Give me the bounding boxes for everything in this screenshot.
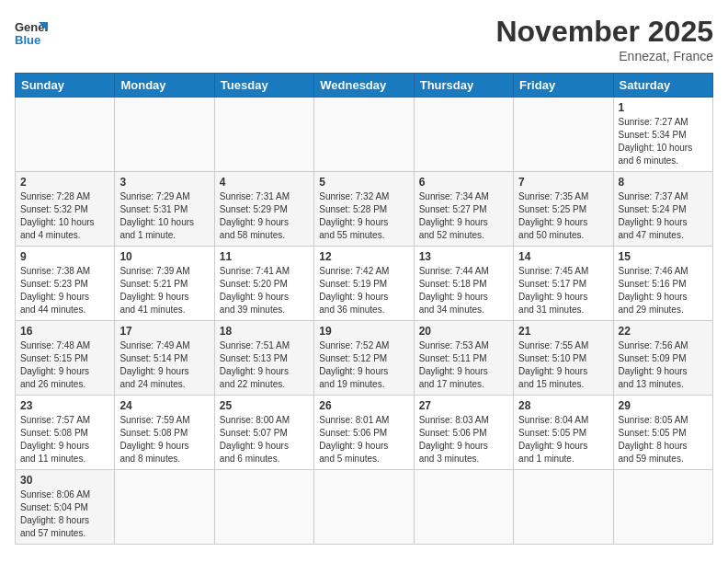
calendar-cell [514, 98, 613, 172]
calendar-table: SundayMondayTuesdayWednesdayThursdayFrid… [15, 73, 713, 545]
calendar-cell: 28Sunrise: 8:04 AM Sunset: 5:05 PM Dayli… [514, 396, 613, 470]
day-info: Sunrise: 8:03 AM Sunset: 5:06 PM Dayligh… [419, 414, 508, 465]
calendar-cell: 23Sunrise: 7:57 AM Sunset: 5:08 PM Dayli… [16, 396, 115, 470]
calendar-cell [613, 470, 712, 545]
day-number: 22 [619, 325, 708, 338]
day-number: 16 [20, 325, 109, 338]
day-number: 10 [119, 250, 209, 263]
calendar-cell: 29Sunrise: 8:05 AM Sunset: 5:05 PM Dayli… [613, 396, 712, 470]
calendar-cell [16, 98, 115, 172]
weekday-saturday: Saturday [613, 74, 712, 98]
weekday-header-row: SundayMondayTuesdayWednesdayThursdayFrid… [16, 74, 713, 98]
day-number: 11 [220, 250, 309, 263]
calendar-cell: 8Sunrise: 7:37 AM Sunset: 5:24 PM Daylig… [613, 172, 712, 247]
day-info: Sunrise: 7:59 AM Sunset: 5:08 PM Dayligh… [119, 414, 209, 465]
day-number: 23 [20, 399, 109, 412]
day-number: 5 [319, 176, 408, 189]
weekday-tuesday: Tuesday [214, 74, 313, 98]
calendar-cell: 19Sunrise: 7:52 AM Sunset: 5:12 PM Dayli… [314, 321, 414, 396]
day-number: 24 [119, 399, 209, 412]
day-info: Sunrise: 7:37 AM Sunset: 5:24 PM Dayligh… [619, 190, 708, 242]
weekday-wednesday: Wednesday [314, 74, 414, 98]
day-info: Sunrise: 7:39 AM Sunset: 5:21 PM Dayligh… [119, 265, 209, 316]
calendar-cell [414, 470, 513, 545]
day-number: 7 [518, 176, 608, 189]
day-number: 12 [319, 250, 408, 263]
calendar-cell: 15Sunrise: 7:46 AM Sunset: 5:16 PM Dayli… [613, 247, 712, 321]
day-info: Sunrise: 8:06 AM Sunset: 5:04 PM Dayligh… [20, 488, 109, 540]
svg-text:Blue: Blue [15, 33, 40, 47]
week-row-5: 23Sunrise: 7:57 AM Sunset: 5:08 PM Dayli… [16, 396, 713, 470]
day-info: Sunrise: 7:42 AM Sunset: 5:19 PM Dayligh… [319, 265, 408, 316]
logo-icon: General Blue [15, 15, 48, 48]
day-info: Sunrise: 7:34 AM Sunset: 5:27 PM Dayligh… [419, 190, 508, 242]
day-number: 9 [20, 250, 109, 263]
day-info: Sunrise: 7:51 AM Sunset: 5:13 PM Dayligh… [220, 339, 309, 391]
weekday-sunday: Sunday [16, 74, 115, 98]
day-number: 19 [319, 325, 408, 338]
calendar-cell [214, 98, 313, 172]
day-number: 15 [619, 250, 708, 263]
day-info: Sunrise: 7:55 AM Sunset: 5:10 PM Dayligh… [518, 339, 608, 391]
weekday-friday: Friday [514, 74, 613, 98]
calendar-cell: 10Sunrise: 7:39 AM Sunset: 5:21 PM Dayli… [115, 247, 214, 321]
day-info: Sunrise: 7:31 AM Sunset: 5:29 PM Dayligh… [220, 190, 309, 242]
calendar-cell: 13Sunrise: 7:44 AM Sunset: 5:18 PM Dayli… [414, 247, 513, 321]
day-number: 17 [119, 325, 209, 338]
calendar-cell: 26Sunrise: 8:01 AM Sunset: 5:06 PM Dayli… [314, 396, 414, 470]
calendar-cell: 21Sunrise: 7:55 AM Sunset: 5:10 PM Dayli… [514, 321, 613, 396]
location: Ennezat, France [495, 49, 713, 63]
calendar-cell [115, 98, 214, 172]
week-row-2: 2Sunrise: 7:28 AM Sunset: 5:32 PM Daylig… [16, 172, 713, 247]
week-row-3: 9Sunrise: 7:38 AM Sunset: 5:23 PM Daylig… [16, 247, 713, 321]
day-number: 6 [419, 176, 508, 189]
page-header: General Blue November 2025 Ennezat, Fran… [15, 15, 713, 63]
day-info: Sunrise: 7:53 AM Sunset: 5:11 PM Dayligh… [419, 339, 508, 391]
day-info: Sunrise: 8:01 AM Sunset: 5:06 PM Dayligh… [319, 414, 408, 465]
day-info: Sunrise: 8:04 AM Sunset: 5:05 PM Dayligh… [518, 414, 608, 465]
day-info: Sunrise: 7:57 AM Sunset: 5:08 PM Dayligh… [20, 414, 109, 465]
day-number: 25 [220, 399, 309, 412]
calendar-cell: 7Sunrise: 7:35 AM Sunset: 5:25 PM Daylig… [514, 172, 613, 247]
day-info: Sunrise: 7:27 AM Sunset: 5:34 PM Dayligh… [619, 116, 708, 167]
calendar-cell: 24Sunrise: 7:59 AM Sunset: 5:08 PM Dayli… [115, 396, 214, 470]
calendar-cell: 6Sunrise: 7:34 AM Sunset: 5:27 PM Daylig… [414, 172, 513, 247]
calendar-cell [115, 470, 214, 545]
day-info: Sunrise: 7:38 AM Sunset: 5:23 PM Dayligh… [20, 265, 109, 316]
calendar-cell: 2Sunrise: 7:28 AM Sunset: 5:32 PM Daylig… [16, 172, 115, 247]
calendar-cell: 5Sunrise: 7:32 AM Sunset: 5:28 PM Daylig… [314, 172, 414, 247]
day-number: 4 [220, 176, 309, 189]
day-number: 1 [619, 101, 708, 114]
day-info: Sunrise: 7:56 AM Sunset: 5:09 PM Dayligh… [619, 339, 708, 391]
calendar-cell: 17Sunrise: 7:49 AM Sunset: 5:14 PM Dayli… [115, 321, 214, 396]
calendar-cell: 3Sunrise: 7:29 AM Sunset: 5:31 PM Daylig… [115, 172, 214, 247]
day-info: Sunrise: 7:32 AM Sunset: 5:28 PM Dayligh… [319, 190, 408, 242]
calendar-cell: 9Sunrise: 7:38 AM Sunset: 5:23 PM Daylig… [16, 247, 115, 321]
week-row-6: 30Sunrise: 8:06 AM Sunset: 5:04 PM Dayli… [16, 470, 713, 545]
day-info: Sunrise: 7:52 AM Sunset: 5:12 PM Dayligh… [319, 339, 408, 391]
logo: General Blue [15, 15, 48, 48]
calendar-cell: 11Sunrise: 7:41 AM Sunset: 5:20 PM Dayli… [214, 247, 313, 321]
day-number: 13 [419, 250, 508, 263]
day-number: 3 [119, 176, 209, 189]
weekday-monday: Monday [115, 74, 214, 98]
calendar-cell [314, 470, 414, 545]
day-number: 8 [619, 176, 708, 189]
calendar-cell: 18Sunrise: 7:51 AM Sunset: 5:13 PM Dayli… [214, 321, 313, 396]
day-number: 20 [419, 325, 508, 338]
calendar-cell: 16Sunrise: 7:48 AM Sunset: 5:15 PM Dayli… [16, 321, 115, 396]
day-info: Sunrise: 7:45 AM Sunset: 5:17 PM Dayligh… [518, 265, 608, 316]
calendar-cell [314, 98, 414, 172]
day-info: Sunrise: 7:49 AM Sunset: 5:14 PM Dayligh… [119, 339, 209, 391]
calendar-cell: 27Sunrise: 8:03 AM Sunset: 5:06 PM Dayli… [414, 396, 513, 470]
calendar-cell: 4Sunrise: 7:31 AM Sunset: 5:29 PM Daylig… [214, 172, 313, 247]
calendar-cell: 25Sunrise: 8:00 AM Sunset: 5:07 PM Dayli… [214, 396, 313, 470]
calendar-cell: 1Sunrise: 7:27 AM Sunset: 5:34 PM Daylig… [613, 98, 712, 172]
calendar-cell: 22Sunrise: 7:56 AM Sunset: 5:09 PM Dayli… [613, 321, 712, 396]
day-info: Sunrise: 8:00 AM Sunset: 5:07 PM Dayligh… [220, 414, 309, 465]
day-number: 2 [20, 176, 109, 189]
day-number: 28 [518, 399, 608, 412]
day-number: 26 [319, 399, 408, 412]
calendar-cell [514, 470, 613, 545]
day-number: 27 [419, 399, 508, 412]
